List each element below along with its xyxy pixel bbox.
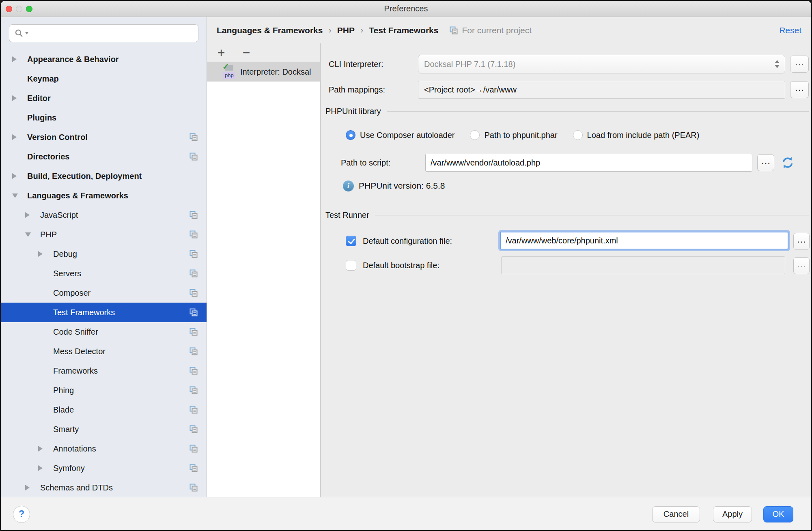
sidebar-item-directories[interactable]: Directories [1,147,207,166]
sidebar-item-label: Editor [27,94,189,103]
sidebar-item-servers[interactable]: Servers [1,264,207,283]
default-configuration-row: Default configuration file: [346,231,452,251]
cli-interpreter-select[interactable]: Docksal PHP 7.1 (7.1.18) [418,55,785,73]
sidebar-item-annotations[interactable]: Annotations [1,439,207,458]
reset-link[interactable]: Reset [779,26,801,35]
search-box[interactable] [9,24,198,42]
path-mappings-field[interactable]: <Project root>→/var/www [418,81,785,99]
remove-button[interactable]: − [239,46,253,59]
sidebar-item-appearance-behavior[interactable]: Appearance & Behavior [1,49,207,69]
radio-icon[interactable] [573,130,583,140]
radio-icon[interactable] [470,130,480,140]
tree-expand-arrow-icon[interactable] [25,212,40,218]
close-window-button[interactable] [6,6,12,12]
sidebar-item-editor[interactable]: Editor [1,88,207,108]
per-project-settings-icon [189,132,198,142]
add-button[interactable]: + [214,46,228,59]
radio-use-composer-autoloader[interactable]: Use Composer autoloader [346,130,454,140]
per-project-settings-icon [189,307,198,317]
sidebar-item-keymap[interactable]: Keymap [1,69,207,88]
title-bar: Preferences [1,1,811,17]
sidebar-item-label: Version Control [27,133,189,142]
interpreter-list-item[interactable]: ✓ php Interpreter: Docksal [207,62,320,82]
default-configuration-checkbox[interactable] [346,236,356,246]
cli-interpreter-browse-button[interactable]: … [790,56,809,73]
ok-button[interactable]: OK [763,506,793,522]
stepper-icon[interactable] [773,60,782,68]
main-panel: Languages & Frameworks › PHP › Test Fram… [207,17,811,497]
sidebar-item-label: Composer [53,288,189,298]
sidebar-item-label: Mess Detector [53,347,189,356]
default-bootstrap-input[interactable] [501,256,785,274]
per-project-settings-icon [189,405,198,415]
per-project-settings-icon [449,26,459,35]
sidebar-item-label: Debug [53,249,189,259]
radio-path-to-phpunit-phar[interactable]: Path to phpunit.phar [470,130,557,140]
search-options-arrow-icon [25,32,29,35]
sidebar-item-symfony[interactable]: Symfony [1,458,207,478]
sidebar-item-frameworks[interactable]: Frameworks [1,361,207,381]
search-input[interactable] [29,26,198,41]
sidebar-item-build-execution-deployment[interactable]: Build, Execution, Deployment [1,166,207,186]
sidebar-item-schemas-and-dtds[interactable]: Schemas and DTDs [1,478,207,497]
default-configuration-input[interactable] [500,232,788,249]
info-icon: i [343,181,354,191]
per-project-settings-icon [189,249,198,259]
sidebar-item-languages-frameworks[interactable]: Languages & Frameworks [1,186,207,205]
phpunit-library-radio-group: Use Composer autoloader Path to phpunit.… [346,127,699,143]
sidebar-item-blade[interactable]: Blade [1,400,207,419]
breadcrumb-php[interactable]: PHP [337,26,355,35]
per-project-settings-icon [189,230,198,239]
tree-expand-arrow-icon[interactable] [12,95,27,101]
settings-sidebar: Appearance & Behavior Keymap Editor [1,17,207,497]
tree-expand-arrow-icon[interactable] [12,56,27,62]
window-title: Preferences [1,4,811,13]
tree-expand-arrow-icon[interactable] [38,465,53,471]
breadcrumb-test-frameworks[interactable]: Test Frameworks [369,26,438,35]
interpreters-panel: + − ✓ php Interpreter: Docksal [207,43,321,497]
sidebar-item-version-control[interactable]: Version Control [1,127,207,147]
cancel-button[interactable]: Cancel [652,506,700,522]
sidebar-item-phing[interactable]: Phing [1,381,207,400]
tree-expand-arrow-icon[interactable] [12,173,27,179]
zoom-window-button[interactable] [26,6,32,12]
tree-expand-arrow-icon[interactable] [38,251,53,257]
sidebar-item-composer[interactable]: Composer [1,283,207,303]
tree-expand-arrow-icon[interactable] [38,446,53,451]
default-bootstrap-browse-button[interactable]: … [793,257,810,274]
scope-note: For current project [449,26,532,35]
preferences-window: Preferences [0,0,812,531]
radio-load-from-include-path[interactable]: Load from include path (PEAR) [573,130,700,140]
tree-expand-arrow-icon[interactable] [12,134,27,140]
interpreters-toolbar: + − [207,43,320,62]
default-configuration-browse-button[interactable]: … [793,233,810,250]
per-project-settings-icon [189,346,198,356]
sidebar-item-mess-detector[interactable]: Mess Detector [1,342,207,361]
path-to-script-input[interactable] [425,154,752,172]
sidebar-item-label: JavaScript [40,211,189,220]
tree-expand-arrow-icon[interactable] [12,193,27,198]
sidebar-item-debug[interactable]: Debug [1,244,207,264]
path-mappings-browse-button[interactable]: … [790,81,809,98]
sidebar-item-label: Build, Execution, Deployment [27,172,189,181]
sidebar-item-test-frameworks[interactable]: Test Frameworks [1,303,207,322]
sidebar-item-php[interactable]: PHP [1,225,207,244]
section-separator [387,111,809,112]
apply-button[interactable]: Apply [713,506,752,522]
phpunit-version-text: PHPUnit version: 6.5.8 [359,181,445,191]
sidebar-item-plugins[interactable]: Plugins [1,108,207,127]
search-icon [14,28,29,38]
path-to-script-browse-button[interactable]: … [757,154,774,171]
breadcrumb-languages-frameworks[interactable]: Languages & Frameworks [217,26,323,35]
default-bootstrap-checkbox[interactable] [346,260,356,271]
sidebar-item-smarty[interactable]: Smarty [1,419,207,439]
sidebar-item-javascript[interactable]: JavaScript [1,205,207,225]
sidebar-item-code-sniffer[interactable]: Code Sniffer [1,322,207,342]
tree-expand-arrow-icon[interactable] [25,485,40,490]
radio-icon[interactable] [346,130,355,140]
phpunit-library-section: PHPUnit library [325,105,809,117]
help-button[interactable]: ? [13,506,30,523]
tree-expand-arrow-icon[interactable] [25,232,40,237]
minimize-window-button[interactable] [16,6,22,12]
refresh-icon[interactable] [780,155,795,170]
